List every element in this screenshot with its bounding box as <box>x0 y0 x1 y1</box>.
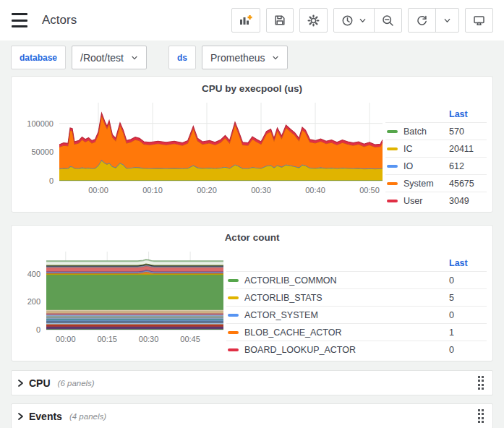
monitor-icon <box>473 14 485 27</box>
cpu-execpool-legend: Last Batch570IC20411IO612System45675User… <box>385 106 487 209</box>
tv-mode-button[interactable] <box>465 8 493 33</box>
svg-text:00:30: 00:30 <box>139 335 159 343</box>
legend-series-last-value: 0 <box>449 310 487 320</box>
row-drag-handle-icon[interactable] <box>477 408 486 425</box>
top-bar: Actors <box>0 0 504 40</box>
legend-series-swatch <box>228 348 239 351</box>
legend-series-name: ACTOR_SYSTEM <box>244 310 449 320</box>
legend-series-last-value: 1 <box>449 328 487 338</box>
legend-series-name: BOARD_LOOKUP_ACTOR <box>244 345 449 355</box>
refresh-interval-picker-button[interactable] <box>436 9 458 32</box>
legend-row[interactable]: BOARD_LOOKUP_ACTOR0 <box>226 341 487 358</box>
zoom-out-time-range-button[interactable] <box>375 9 401 32</box>
dashboard-title: Actors <box>42 13 77 27</box>
svg-text:200: 200 <box>27 297 40 306</box>
legend-row[interactable]: IO612 <box>385 157 487 174</box>
legend-series-name: BLOB_CACHE_ACTOR <box>244 328 449 338</box>
legend-series-name: IC <box>403 144 449 154</box>
row-panel-count: (4 panels) <box>69 412 106 421</box>
legend-series-swatch <box>228 331 239 334</box>
legend-series-swatch <box>387 165 398 168</box>
legend-series-swatch <box>387 182 398 185</box>
legend-series-swatch <box>228 296 239 299</box>
panel-actor-count: Actor count 020040000:0000:1500:3000:45 … <box>11 225 493 361</box>
legend-last-header: Last <box>449 109 487 119</box>
panel-cpu-by-execpool: CPU by execpool (us) 05000010000000:0000… <box>11 76 493 213</box>
legend-series-last-value: 20411 <box>449 144 487 154</box>
legend-series-last-value: 0 <box>449 275 487 286</box>
svg-text:00:40: 00:40 <box>305 186 325 194</box>
ds-variable-select[interactable]: Prometheus <box>202 46 288 69</box>
legend-series-name: User <box>403 196 449 206</box>
legend-row[interactable]: User3049 <box>385 192 487 209</box>
legend-series-last-value: 612 <box>449 161 487 171</box>
legend-header-row[interactable]: Last <box>385 106 487 122</box>
svg-text:00:50: 00:50 <box>359 186 380 194</box>
refresh-dashboard-button[interactable] <box>409 9 435 32</box>
row-cpu[interactable]: CPU (6 panels) <box>11 370 493 395</box>
save-icon <box>274 14 286 26</box>
database-variable-select[interactable]: /Root/test <box>72 46 147 69</box>
legend-series-name: Batch <box>403 127 449 137</box>
save-dashboard-button[interactable] <box>266 8 294 33</box>
database-variable-label: database <box>11 46 66 69</box>
legend-series-swatch <box>387 200 398 202</box>
svg-text:00:30: 00:30 <box>251 186 271 194</box>
row-title: Events <box>29 411 62 422</box>
gear-icon <box>307 14 320 27</box>
actor-count-legend: Last ACTORLIB_COMMON0ACTORLIB_STATS5ACTO… <box>226 254 487 358</box>
add-panel-button[interactable] <box>231 8 260 33</box>
legend-row[interactable]: ACTOR_SYSTEM0 <box>226 306 487 323</box>
svg-text:00:45: 00:45 <box>180 335 200 343</box>
legend-series-swatch <box>228 314 239 317</box>
svg-text:400: 400 <box>27 270 40 278</box>
actor-count-chart[interactable]: 020040000:0000:1500:3000:45 <box>17 244 226 351</box>
legend-series-swatch <box>387 147 398 150</box>
chevron-down-icon <box>131 54 138 61</box>
database-variable-value: /Root/test <box>80 52 124 64</box>
zoom-out-icon <box>382 14 394 27</box>
legend-row[interactable]: ACTORLIB_COMMON0 <box>226 271 487 288</box>
svg-text:00:15: 00:15 <box>97 335 117 343</box>
row-panel-count: (6 panels) <box>58 379 95 388</box>
row-drag-handle-icon[interactable] <box>477 374 486 392</box>
ds-variable-label: ds <box>168 46 196 69</box>
time-range-picker-button[interactable] <box>334 9 374 32</box>
row-title: CPU <box>29 377 51 389</box>
legend-series-swatch <box>387 130 398 133</box>
row-events[interactable]: Events (4 panels) <box>11 403 493 428</box>
legend-series-last-value: 5 <box>449 293 487 303</box>
legend-last-header: Last <box>449 258 487 268</box>
legend-series-name: ACTORLIB_COMMON <box>244 275 449 286</box>
add-panel-icon <box>239 14 252 26</box>
cpu-execpool-chart[interactable]: 05000010000000:0000:1000:2000:3000:4000:… <box>17 95 385 202</box>
legend-row[interactable]: BLOB_CACHE_ACTOR1 <box>226 323 487 341</box>
dashboard-settings-button[interactable] <box>299 8 328 33</box>
panel-title[interactable]: CPU by execpool (us) <box>17 81 487 95</box>
refresh-icon <box>416 14 428 27</box>
legend-series-last-value: 3049 <box>449 196 487 206</box>
legend-header-row[interactable]: Last <box>226 254 487 271</box>
legend-series-name: ACTORLIB_STATS <box>244 293 449 303</box>
legend-series-last-value: 45675 <box>449 179 487 189</box>
clock-icon <box>341 14 354 27</box>
svg-text:00:10: 00:10 <box>142 186 163 194</box>
panel-title[interactable]: Actor count <box>17 230 487 244</box>
legend-row[interactable]: System45675 <box>385 174 487 192</box>
legend-row[interactable]: IC20411 <box>385 140 487 157</box>
chevron-right-icon <box>17 412 24 421</box>
legend-row[interactable]: ACTORLIB_STATS5 <box>226 288 487 306</box>
ds-variable-value: Prometheus <box>210 52 265 64</box>
legend-series-swatch <box>228 279 239 282</box>
legend-series-last-value: 0 <box>449 345 487 355</box>
svg-text:0: 0 <box>49 176 54 185</box>
chevron-down-icon <box>359 17 367 25</box>
legend-series-name: IO <box>403 161 449 171</box>
chevron-down-icon <box>272 54 279 61</box>
legend-row[interactable]: Batch570 <box>385 122 487 140</box>
svg-text:0: 0 <box>36 325 40 334</box>
svg-text:00:20: 00:20 <box>197 186 217 194</box>
template-variables-row: database /Root/test ds Prometheus <box>0 40 504 76</box>
legend-series-name: System <box>403 179 449 189</box>
menu-hamburger-icon[interactable] <box>12 13 29 27</box>
